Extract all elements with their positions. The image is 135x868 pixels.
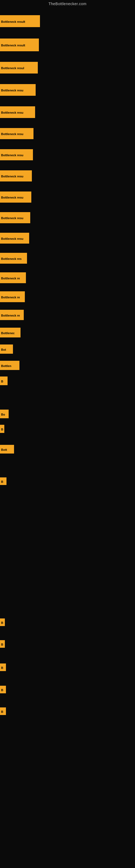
bar-row-18: Bottlen [0,361,19,370]
bar-row-16: Bottlenec [0,328,20,337]
bar-label-27: B [0,686,6,693]
site-title: TheBottlenecker.com [0,0,135,7]
bar-label-3: Bottleneck resul [0,62,38,73]
bar-row-24: B [0,618,5,626]
bar-label-9: Bottleneck resu [0,191,31,203]
bar-label-26: B [0,663,6,671]
bar-row-12: Bottleneck res [0,253,27,264]
bar-label-21: B [0,425,4,433]
bar-label-6: Bottleneck resu [0,128,34,139]
bar-row-14: Bottleneck re [0,291,25,302]
bar-label-2: Bottleneck result [0,38,39,51]
bar-row-20: Bo [0,410,9,418]
bar-label-7: Bottleneck resu [0,149,33,160]
bar-label-10: Bottleneck resu [0,212,30,223]
bar-label-17: Bot [0,344,13,354]
bar-label-25: B [0,640,5,648]
bar-label-22: Bott [0,445,14,454]
bar-row-3: Bottleneck resul [0,62,38,73]
bar-row-26: B [0,663,6,671]
bar-row-5: Bottleneck resu [0,106,35,118]
bar-label-11: Bottleneck resu [0,233,29,244]
bar-label-15: Bottleneck re [0,310,24,320]
bar-label-16: Bottlenec [0,328,20,337]
bar-label-14: Bottleneck re [0,291,25,302]
bar-row-28: B [0,707,6,715]
bar-label-28: B [0,707,6,715]
bar-label-23: B [0,477,6,485]
bar-row-4: Bottleneck resu [0,84,36,96]
bar-row-27: B [0,686,6,693]
bar-row-10: Bottleneck resu [0,212,30,223]
bar-label-12: Bottleneck res [0,253,27,264]
bar-row-1: Bottleneck result [0,15,40,27]
bar-row-22: Bott [0,445,14,454]
bar-label-24: B [0,618,5,626]
bar-label-1: Bottleneck result [0,15,40,27]
bar-row-8: Bottleneck resu [0,170,32,182]
bar-row-9: Bottleneck resu [0,191,31,203]
bar-row-7: Bottleneck resu [0,149,33,160]
bar-row-17: Bot [0,344,13,354]
bar-row-25: B [0,640,5,648]
bar-label-4: Bottleneck resu [0,84,36,96]
bar-row-23: B [0,477,6,485]
bar-row-2: Bottleneck result [0,38,39,51]
bar-label-20: Bo [0,410,9,418]
bar-label-18: Bottlen [0,361,19,370]
bar-row-19: B [0,376,8,385]
bar-row-13: Bottleneck re [0,272,26,283]
bar-label-8: Bottleneck resu [0,170,32,182]
bar-row-21: B [0,425,4,433]
bar-row-6: Bottleneck resu [0,128,34,139]
bar-row-15: Bottleneck re [0,310,24,320]
bar-label-5: Bottleneck resu [0,106,35,118]
bar-label-19: B [0,376,8,385]
bar-label-13: Bottleneck re [0,272,26,283]
bar-row-11: Bottleneck resu [0,233,29,244]
